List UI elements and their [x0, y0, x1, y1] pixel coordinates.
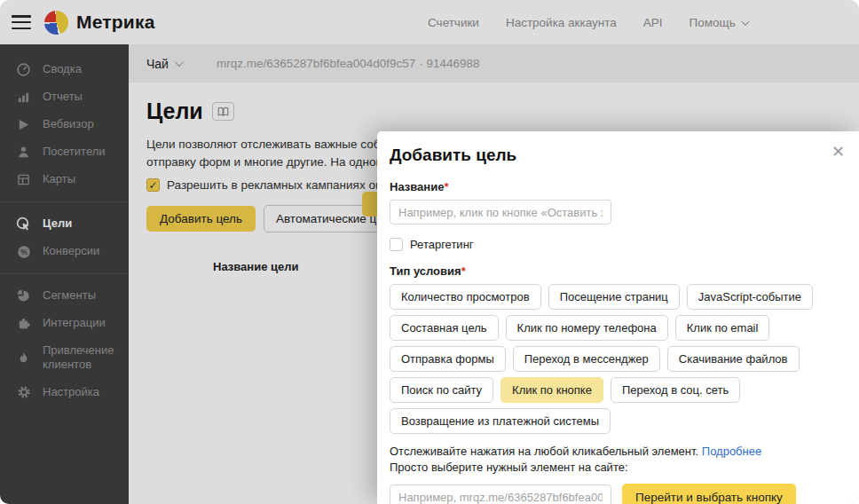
unchecked-checkbox-icon[interactable]: [390, 238, 403, 251]
condition-type-chips: Количество просмотров Посещение страниц …: [390, 284, 842, 434]
condition-type-chip[interactable]: Поиск по сайту: [390, 377, 493, 403]
condition-type-chip[interactable]: Переход в мессенджер: [513, 346, 660, 372]
hint-line1: Отслеживайте нажатия на любой кликабельн…: [390, 445, 698, 458]
modal-title: Добавить цель: [390, 146, 843, 165]
condition-type-chip[interactable]: Клик по номеру телефона: [506, 315, 668, 341]
condition-type-chip[interactable]: Составная цель: [390, 315, 499, 341]
condition-type-chip[interactable]: Количество просмотров: [390, 284, 541, 310]
retargeting-checkbox-row[interactable]: Ретаргетинг: [390, 238, 843, 251]
condition-type-label-text: Тип условия: [390, 264, 461, 278]
button-click-hint: Отслеживайте нажатия на любой кликабельн…: [390, 444, 843, 476]
close-icon[interactable]: ✕: [831, 144, 845, 160]
go-and-pick-button[interactable]: Перейти и выбрать кнопку: [622, 484, 796, 504]
condition-type-chip[interactable]: Клик по email: [675, 315, 770, 341]
condition-type-chip-selected[interactable]: Клик по кнопке: [500, 377, 603, 403]
more-link[interactable]: Подробнее: [702, 445, 761, 458]
goal-name-input[interactable]: [390, 200, 611, 224]
app-window: Метрика Счетчики Настройка аккаунта API …: [0, 0, 859, 504]
condition-type-chip[interactable]: Переход в соц. сеть: [611, 377, 740, 403]
condition-type-label: Тип условия*: [390, 264, 843, 278]
condition-type-chip[interactable]: Скачивание файлов: [667, 346, 800, 372]
required-mark: *: [461, 264, 466, 278]
name-label-text: Название: [390, 180, 444, 193]
condition-type-chip[interactable]: Отправка формы: [390, 346, 506, 372]
condition-type-chip[interactable]: JavaScript-событие: [687, 284, 813, 310]
condition-type-chip[interactable]: Возвращение из платежной системы: [390, 408, 611, 434]
condition-type-chip[interactable]: Посещение страниц: [548, 284, 680, 310]
required-mark: *: [444, 180, 448, 193]
retargeting-label: Ретаргетинг: [410, 238, 474, 251]
hint-line2: Просто выберите нужный элемент на сайте:: [390, 460, 843, 476]
site-url-input[interactable]: [390, 484, 611, 504]
name-label: Название*: [390, 180, 843, 193]
add-goal-modal: ✕ Добавить цель Название* Ретаргетинг Ти…: [377, 131, 859, 504]
